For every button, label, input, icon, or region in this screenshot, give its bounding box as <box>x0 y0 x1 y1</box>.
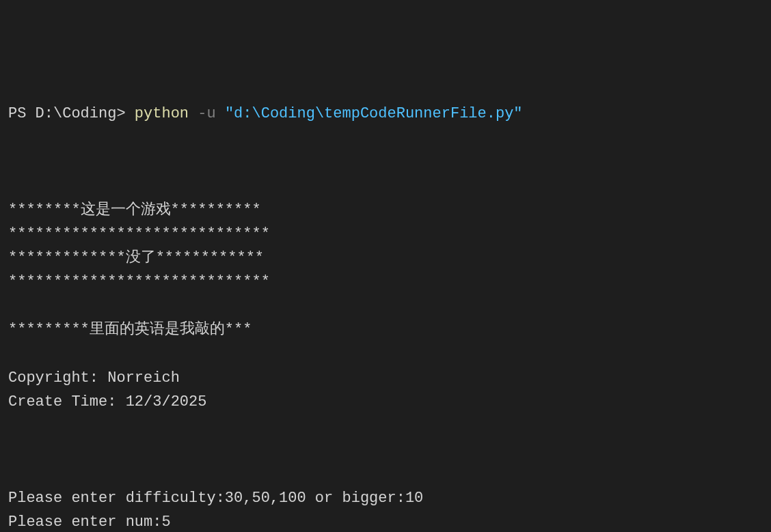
blank-line <box>8 173 763 197</box>
create-time-line: Create Time: 12/3/2025 <box>8 390 763 414</box>
banner-line: *************没了************ <box>8 246 763 270</box>
blank-line <box>8 462 763 486</box>
terminal-output[interactable]: PS D:\Coding> python -u "d:\Coding\tempC… <box>8 102 763 532</box>
difficulty-prompt-line: Please enter difficulty:30,50,100 or big… <box>8 486 763 510</box>
blank-line <box>8 150 763 173</box>
blank-line <box>8 126 763 150</box>
copyright-line: Copyright: Norreich <box>8 366 763 390</box>
banner-line: ***************************** <box>8 270 763 294</box>
banner-line: ********这是一个游戏********** <box>8 198 763 222</box>
command-flag: -u <box>189 105 225 122</box>
blank-line <box>8 294 763 318</box>
command-prompt-line: PS D:\Coding> python -u "d:\Coding\tempC… <box>8 102 763 126</box>
banner-line: ***************************** <box>8 222 763 246</box>
shell-prompt: PS D:\Coding> <box>8 105 135 122</box>
num-prompt-line: Please enter num:5 <box>8 510 763 532</box>
blank-line <box>8 342 763 366</box>
banner-line: *********里面的英语是我敲的*** <box>8 318 763 341</box>
command-name: python <box>135 105 189 122</box>
blank-line <box>8 414 763 438</box>
file-path-argument: "d:\Coding\tempCodeRunnerFile.py" <box>225 105 523 122</box>
blank-line <box>8 438 763 462</box>
